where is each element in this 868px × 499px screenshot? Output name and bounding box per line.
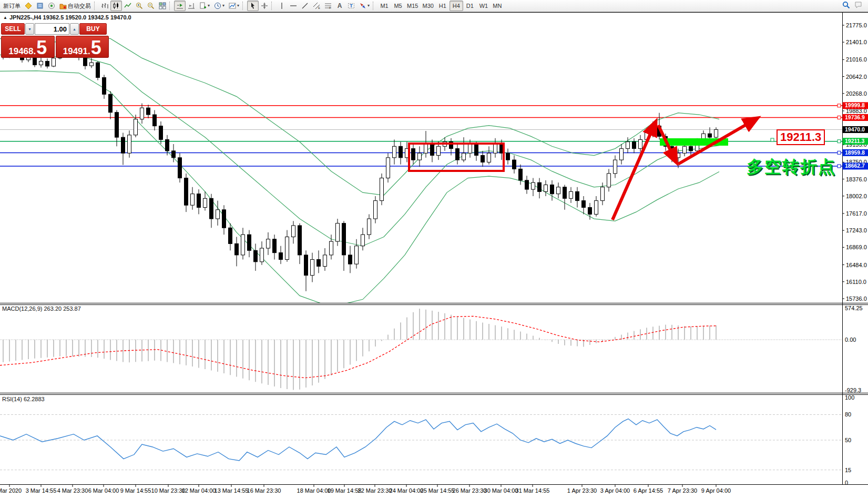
line-handle[interactable] <box>838 165 841 168</box>
price-axis-label: 18002.0 <box>846 193 867 199</box>
chat-icon[interactable] <box>854 1 863 11</box>
candle-body <box>361 235 365 246</box>
rsi-axis-label: 100 <box>845 394 854 401</box>
timeframe-h1-button[interactable]: H1 <box>436 1 450 11</box>
date-axis-label: 31 Mar 14:55 <box>516 487 550 494</box>
autotrading-button[interactable]: 自动交易 <box>57 1 93 11</box>
zoom-out-button[interactable] <box>145 1 157 11</box>
candle-body <box>550 185 554 194</box>
candle-body <box>437 146 441 155</box>
candle-body <box>304 255 308 276</box>
tile-windows-button[interactable] <box>157 1 168 11</box>
timeframe-m1-button[interactable]: M1 <box>377 1 391 11</box>
crosshair-icon <box>261 2 268 9</box>
signal-button[interactable] <box>46 1 57 11</box>
timeframe-d1-button[interactable]: D1 <box>463 1 477 11</box>
vertical-line-button[interactable] <box>276 1 288 11</box>
sell-price-display[interactable]: 19468. 5 <box>1 36 55 58</box>
line-handle[interactable] <box>838 104 841 107</box>
price-badge-label: 18662.7 <box>845 162 865 169</box>
new-order-button[interactable]: 新订单 <box>1 1 23 11</box>
macd-axis-label: 0.00 <box>845 337 856 343</box>
candle-body <box>140 108 144 119</box>
arrows-button[interactable]: ▾ <box>357 1 372 11</box>
label-button[interactable]: T <box>345 1 357 11</box>
candle-body <box>349 255 352 264</box>
buy-price-display[interactable]: 19491. 5 <box>56 36 109 58</box>
timeframe-h4-button[interactable]: H4 <box>450 1 463 11</box>
bars-chart-button[interactable] <box>99 1 110 11</box>
volume-input[interactable] <box>35 23 69 35</box>
news-button[interactable] <box>34 1 46 11</box>
candle-body <box>241 235 245 255</box>
timeframe-m30-button[interactable]: M30 <box>420 1 435 11</box>
candle-body <box>468 144 472 153</box>
indicators-icon <box>229 2 236 9</box>
template-icon <box>199 2 207 9</box>
search-icon[interactable] <box>842 1 850 11</box>
cursor-button[interactable] <box>247 1 259 11</box>
chevron-down-icon: ▾ <box>222 4 224 8</box>
candle-body <box>632 142 636 149</box>
candles-chart-button[interactable] <box>110 1 122 11</box>
candle-body <box>222 210 226 228</box>
line-handle[interactable] <box>838 140 841 143</box>
line-chart-button[interactable] <box>122 1 134 11</box>
candle-body <box>374 201 377 219</box>
date-axis-label: 6 Apr 14:55 <box>634 487 663 494</box>
date-axis-label: 18 Mar 04:00 <box>297 487 331 494</box>
periods-button[interactable]: ▾ <box>212 1 227 11</box>
callout-handle[interactable] <box>771 138 774 141</box>
rsi-axis-label: 15 <box>845 467 851 473</box>
timeframe-m15-button[interactable]: M15 <box>405 1 420 11</box>
turning-point-note[interactable]: 多空转折点 <box>747 156 836 179</box>
templates-button[interactable]: ▾ <box>197 1 212 11</box>
zoom-in-button[interactable] <box>134 1 145 11</box>
toolbar-grip <box>94 2 97 10</box>
channel-button[interactable]: E <box>311 1 322 11</box>
timeframe-mn-button[interactable]: MN <box>491 1 504 11</box>
timeframe-w1-button[interactable]: W1 <box>477 1 491 11</box>
candle-body <box>475 144 478 156</box>
candle-body <box>487 153 491 162</box>
indicators-button[interactable]: ▾ <box>227 1 241 11</box>
price-callout-label[interactable]: 19211.3 <box>777 129 825 145</box>
line-handle[interactable] <box>838 116 841 119</box>
autoscroll-button[interactable] <box>174 1 186 11</box>
toolbar-grip <box>373 2 375 10</box>
zoom-in-icon <box>136 2 143 9</box>
candle-body <box>285 237 289 259</box>
candle-body <box>267 239 270 248</box>
toolbar-grip <box>242 2 245 10</box>
candle-body <box>235 243 239 255</box>
price-badge-label: 19999.8 <box>845 102 865 108</box>
fibonacci-button[interactable]: F <box>322 1 334 11</box>
yellow-diamond-icon <box>25 2 32 9</box>
candle-body <box>342 223 346 255</box>
text-button[interactable]: A <box>334 1 345 11</box>
date-axis-label: 25 Mar 14:55 <box>421 487 455 494</box>
sell-button[interactable]: SELL <box>1 23 25 35</box>
buy-button[interactable]: BUY <box>79 23 107 35</box>
candle-body <box>39 61 43 65</box>
collapse-triangle-icon: ▲ <box>3 15 7 20</box>
favorites-button[interactable] <box>23 1 34 11</box>
volume-decrease-button[interactable]: ▾ <box>25 23 34 35</box>
horizontal-line-icon <box>290 2 297 9</box>
price-axis-label: 21016.0 <box>846 56 867 63</box>
volume-increase-button[interactable]: ▴ <box>70 23 79 35</box>
price-badge-label: 19470.0 <box>845 126 865 133</box>
candle-body <box>544 185 548 191</box>
horizontal-line-button[interactable] <box>288 1 299 11</box>
candle-body <box>418 153 422 160</box>
timeframe-m5-button[interactable]: M5 <box>391 1 405 11</box>
chart-shift-button[interactable] <box>186 1 197 11</box>
date-axis-label: 30 Mar 04:00 <box>484 487 518 494</box>
candle-body <box>197 194 201 208</box>
line-handle[interactable] <box>838 151 841 154</box>
candle-body <box>46 61 49 66</box>
price-axis-label: 20642.0 <box>846 74 867 80</box>
trendline-button[interactable] <box>299 1 311 11</box>
crosshair-button[interactable] <box>259 1 270 11</box>
text-a-icon: A <box>336 2 343 9</box>
